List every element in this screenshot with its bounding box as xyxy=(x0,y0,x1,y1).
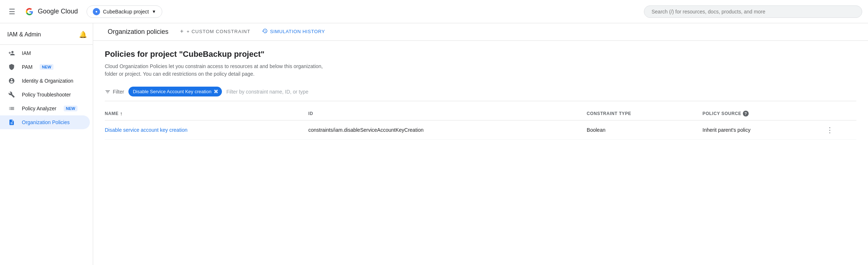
plus-icon: + xyxy=(180,28,184,35)
tab-org-policies-title: Organization policies xyxy=(102,23,174,41)
cell-id: constraints/iam.disableServiceAccountKey… xyxy=(308,120,587,140)
main-body: Policies for project "CubeBackup project… xyxy=(93,41,868,149)
document-icon xyxy=(7,119,16,126)
project-icon: ● xyxy=(93,8,100,15)
filter-row: Filter Disable Service Account Key creat… xyxy=(105,87,856,101)
filter-chip-label: Disable Service Account Key creation xyxy=(133,89,211,94)
sidebar-item-iam[interactable]: IAM xyxy=(0,46,90,60)
policy-table: Name ↑ ID Constraint type Policy xyxy=(105,107,856,140)
logo-text: Google Cloud xyxy=(38,8,78,15)
col-constraint-type-label: Constraint type xyxy=(587,111,631,116)
page-title: Policies for project "CubeBackup project… xyxy=(105,50,856,59)
google-cloud-logo: Google Cloud xyxy=(24,7,78,16)
cell-policy-source: Inherit parent's policy xyxy=(702,120,826,140)
more-actions-icon[interactable]: ⋮ xyxy=(826,126,833,134)
filter-chip-close-icon[interactable]: ✖ xyxy=(214,88,218,95)
col-policy-source-label: Policy source xyxy=(702,111,741,116)
project-selector[interactable]: ● CubeBackup project ▼ xyxy=(87,5,162,18)
help-icon[interactable]: ? xyxy=(743,111,749,116)
tab-custom-constraint[interactable]: + + CUSTOM CONSTRAINT xyxy=(174,23,256,41)
search-input[interactable] xyxy=(644,5,862,18)
pam-new-badge: NEW xyxy=(40,64,53,70)
sidebar-item-identity-label: Identity & Organization xyxy=(22,78,73,84)
dropdown-arrow-icon: ▼ xyxy=(152,9,156,14)
col-header-constraint-type: Constraint type xyxy=(587,107,702,120)
content-tabs: Organization policies + + CUSTOM CONSTRA… xyxy=(93,23,868,41)
policy-name-link[interactable]: Disable service account key creation xyxy=(105,127,187,133)
sidebar-item-org-policies-label: Organization Policies xyxy=(22,119,70,125)
list-check-icon xyxy=(7,105,16,112)
project-name: CubeBackup project xyxy=(103,9,149,15)
person-circle-icon xyxy=(7,78,16,84)
sidebar-item-policy-analyzer-label: Policy Analyzer xyxy=(22,106,56,111)
col-name-label: Name xyxy=(105,111,119,116)
filter-icon xyxy=(105,89,111,95)
page-description: Cloud Organization Policies let you cons… xyxy=(105,63,330,78)
col-header-policy-source: Policy source ? xyxy=(702,107,826,120)
tab-simulation-history[interactable]: SIMULATION HISTORY xyxy=(256,23,331,41)
topbar: ☰ Google Cloud ● CubeBackup project ▼ xyxy=(0,0,868,23)
sidebar-item-policy-analyzer[interactable]: Policy Analyzer NEW xyxy=(0,102,90,115)
bell-icon[interactable]: 🔔 xyxy=(79,31,87,39)
sidebar-item-policy-troubleshooter-label: Policy Troubleshooter xyxy=(22,92,71,98)
policy-analyzer-new-badge: NEW xyxy=(64,106,77,111)
shield-icon xyxy=(7,64,16,70)
filter-placeholder-text: Filter by constraint name, ID, or type xyxy=(226,89,308,95)
col-header-actions xyxy=(826,107,856,120)
history-icon xyxy=(262,28,268,35)
filter-label: Filter xyxy=(113,89,124,95)
sidebar-header: IAM & Admin 🔔 xyxy=(0,26,93,43)
wrench-icon xyxy=(7,91,16,98)
cell-more-actions: ⋮ xyxy=(826,120,856,140)
app-layout: IAM & Admin 🔔 IAM PAM NEW Identity & Org… xyxy=(0,23,868,265)
sidebar-item-iam-label: IAM xyxy=(22,50,31,56)
sidebar-item-policy-troubleshooter[interactable]: Policy Troubleshooter xyxy=(0,88,90,102)
sidebar: IAM & Admin 🔔 IAM PAM NEW Identity & Org… xyxy=(0,23,93,265)
filter-chip-service-account[interactable]: Disable Service Account Key creation ✖ xyxy=(128,87,222,96)
col-header-name[interactable]: Name ↑ xyxy=(105,107,308,120)
sidebar-item-org-policies[interactable]: Organization Policies xyxy=(0,115,90,129)
cell-constraint-type: Boolean xyxy=(587,120,702,140)
filter-button[interactable]: Filter xyxy=(105,89,124,95)
menu-icon[interactable]: ☰ xyxy=(6,4,18,19)
cell-name: Disable service account key creation xyxy=(105,120,308,140)
sidebar-item-identity[interactable]: Identity & Organization xyxy=(0,74,90,88)
col-id-label: ID xyxy=(308,111,313,116)
sort-icon: ↑ xyxy=(120,111,123,116)
table-row: Disable service account key creation con… xyxy=(105,120,856,140)
main-content: Organization policies + + CUSTOM CONSTRA… xyxy=(93,23,868,265)
sidebar-item-pam-label: PAM xyxy=(22,64,32,70)
person-add-icon xyxy=(7,50,16,56)
search-bar xyxy=(644,5,862,18)
sidebar-title: IAM & Admin xyxy=(7,31,41,38)
sidebar-divider xyxy=(0,44,93,45)
sidebar-item-pam[interactable]: PAM NEW xyxy=(0,60,90,74)
col-header-id: ID xyxy=(308,107,587,120)
google-logo-icon xyxy=(24,7,35,16)
